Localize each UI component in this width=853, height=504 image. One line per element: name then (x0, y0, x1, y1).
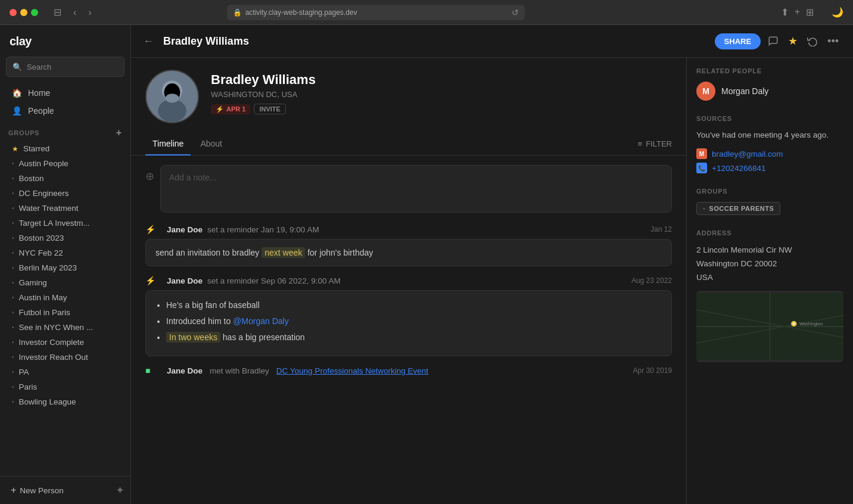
settings-icon[interactable]: ✦ (116, 484, 124, 497)
right-panel: RELATED PEOPLE M Morgan Daly SOURCES You… (686, 58, 853, 504)
profile-info-bar: Bradley Williams WASHINGTON DC, USA ⚡ AP… (131, 58, 686, 123)
group-label: Gaming (19, 278, 47, 287)
group-label: NYC Feb 22 (19, 248, 63, 257)
event-author-2: Jane Doe (167, 276, 203, 285)
bullet-icon: • (12, 205, 14, 211)
sources-description: You've had one meeting 4 years ago. (696, 129, 843, 141)
bullet-icon: • (12, 354, 14, 360)
related-person-morgan[interactable]: M Morgan Daly (696, 82, 843, 101)
sidebar-toggle-button[interactable]: ⊟ (50, 5, 65, 19)
sidebar-item-austin-people[interactable]: • Austin People (4, 156, 127, 171)
address-line-3: USA (696, 273, 713, 282)
moon-icon[interactable]: 🌙 (832, 7, 843, 18)
sidebar-item-futbol-in-paris[interactable]: • Futbol in Paris (4, 305, 127, 320)
reminder-icon: ⚡ (216, 105, 224, 113)
event-author-3: Jane Doe (167, 366, 203, 375)
sidebar-item-boston[interactable]: • Boston (4, 171, 127, 186)
bullet-icon: • (12, 190, 14, 197)
close-button[interactable] (10, 9, 17, 16)
favorite-button[interactable]: ★ (786, 32, 800, 50)
sidebar-item-gaming[interactable]: • Gaming (4, 275, 127, 290)
share-button[interactable]: SHARE (715, 33, 761, 49)
event-highlight-1: next week (261, 247, 305, 258)
address-title: ADDRESS (696, 229, 843, 237)
new-tab-icon[interactable]: + (795, 7, 800, 18)
reminder-badge[interactable]: ⚡ APR 1 (211, 104, 250, 114)
address-section: ADDRESS 2 Lincoln Memorial Cir NW Washin… (696, 229, 843, 362)
share-browser-icon[interactable]: ⬆ (781, 7, 789, 18)
sidebar-item-boston-2023[interactable]: • Boston 2023 (4, 231, 127, 245)
group-label: Investor Reach Out (19, 353, 88, 362)
tab-timeline[interactable]: Timeline (145, 133, 191, 155)
extensions-icon[interactable]: ⊞ (806, 7, 814, 18)
group-label: Water Treatment (19, 204, 79, 213)
sidebar-item-austin-in-may[interactable]: • Austin in May (4, 290, 127, 305)
rotate-button[interactable] (805, 33, 820, 49)
note-input[interactable]: Add a note... (160, 165, 672, 213)
sidebar-item-starred[interactable]: ★ Starred (4, 141, 127, 156)
star-icon: ★ (12, 145, 18, 153)
new-person-button[interactable]: + New Person (6, 481, 69, 499)
comment-button[interactable] (765, 33, 781, 49)
add-group-button[interactable]: + (116, 128, 122, 138)
event-card-1: send an invitation to bradley next week … (145, 239, 672, 266)
sidebar-item-people[interactable]: 👤 People (4, 102, 127, 120)
bullet-icon: • (12, 369, 14, 375)
refresh-icon[interactable]: ↺ (512, 8, 519, 17)
sidebar-item-dc-engineers[interactable]: • DC Engineers (4, 186, 127, 201)
sidebar-item-pa[interactable]: • PA (4, 365, 127, 379)
event-action-1: set a reminder Jan 19, 9:00 AM (207, 225, 319, 234)
group-label: Austin People (19, 159, 69, 168)
back-browser-button[interactable]: ‹ (70, 5, 80, 19)
traffic-lights (10, 9, 38, 16)
group-label: Investor Complete (19, 338, 85, 347)
people-icon: 👤 (12, 106, 22, 116)
sidebar-item-water-treatment[interactable]: • Water Treatment (4, 201, 127, 216)
minimize-button[interactable] (20, 9, 27, 16)
event-link-3[interactable]: DC Young Professionals Networking Event (276, 366, 428, 375)
invite-badge[interactable]: INVITE (254, 104, 285, 114)
mention-morgan[interactable]: @Morgan Daly (233, 316, 289, 326)
tab-about-label: About (200, 139, 222, 148)
bullet-icon: • (12, 384, 14, 390)
back-button[interactable]: ← (143, 35, 154, 48)
sidebar-item-investor-reach-out[interactable]: • Investor Reach Out (4, 350, 127, 365)
event-bullet-2: Introduced him to @Morgan Daly (166, 315, 662, 328)
phone-value[interactable]: +12024266841 (712, 164, 765, 173)
rotate-icon (807, 36, 818, 46)
filter-label: FILTER (646, 139, 672, 148)
sidebar-item-home[interactable]: 🏠 Home (4, 84, 127, 102)
sidebar-item-target-la[interactable]: • Target LA Investm... (4, 216, 127, 231)
group-label: Berlin May 2023 (19, 263, 77, 272)
tab-timeline-label: Timeline (152, 139, 183, 148)
add-note-icon[interactable]: ⊕ (145, 170, 154, 183)
timeline-content: ⊕ Add a note... ⚡ Jane Doe set a reminde… (131, 155, 686, 504)
more-options-button[interactable]: ••• (825, 33, 841, 50)
email-value[interactable]: bradley@gmail.com (712, 150, 783, 158)
svg-text:Washington: Washington (799, 321, 823, 326)
group-label: Futbol in Paris (19, 308, 70, 317)
search-bar[interactable]: 🔍 Add a note... Search (6, 57, 124, 77)
sidebar-item-nyc-feb-22[interactable]: • NYC Feb 22 (4, 245, 127, 260)
sidebar-item-bowling-league[interactable]: • Bowling League (4, 394, 127, 409)
map-container: Washington (696, 291, 843, 362)
event-action-3: met with Bradley (210, 366, 269, 375)
source-phone-row: 📞 +12024266841 (696, 163, 843, 173)
sidebar-item-berlin-may-2023[interactable]: • Berlin May 2023 (4, 260, 127, 275)
sidebar-item-investor-complete[interactable]: • Investor Complete (4, 335, 127, 350)
event-author-1: Jane Doe (167, 225, 203, 234)
profile-badges: ⚡ APR 1 INVITE (211, 104, 672, 114)
sources-title: SOURCES (696, 115, 843, 122)
forward-browser-button[interactable]: › (85, 5, 95, 19)
calendar-icon: ■ (145, 366, 157, 375)
address-bar[interactable]: 🔒 activity.clay-web-staging.pages.dev ↺ (227, 5, 525, 20)
maximize-button[interactable] (31, 9, 38, 16)
map-image: Washington (696, 291, 843, 362)
tab-about[interactable]: About (193, 133, 229, 155)
filter-button[interactable]: ≡ FILTER (638, 139, 672, 148)
bullet-icon: • (12, 309, 14, 316)
sidebar-item-see-in-nyc[interactable]: • See in NYC When ... (4, 320, 127, 335)
group-tag-soccer-parents[interactable]: • SOCCER PARENTS (696, 202, 780, 215)
sidebar-item-paris[interactable]: • Paris (4, 379, 127, 394)
event-card-suffix-1: for john's birthday (307, 248, 373, 257)
